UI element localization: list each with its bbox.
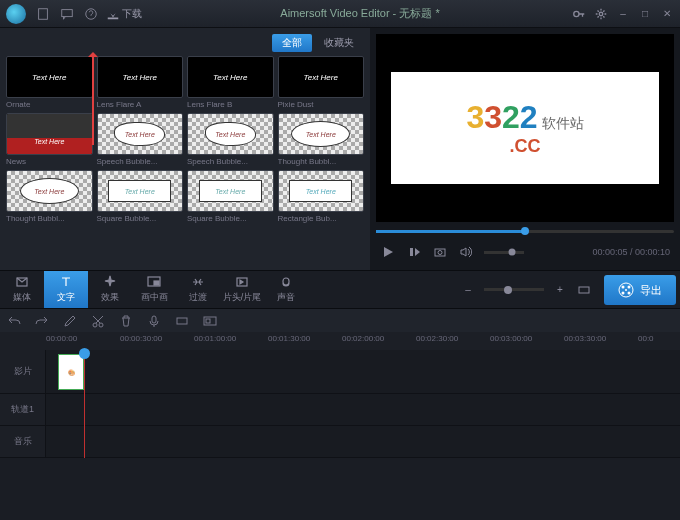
voiceover-icon[interactable] (146, 313, 162, 329)
thumb-item[interactable]: Text HereRectangle Bub... (278, 170, 365, 223)
zoom-out-icon[interactable]: – (460, 282, 476, 298)
export-label: 导出 (640, 283, 662, 298)
svg-rect-13 (579, 287, 589, 293)
svg-rect-25 (206, 319, 210, 323)
svg-point-4 (574, 11, 579, 16)
thumb-preview[interactable]: Text Here (6, 113, 93, 155)
thumb-item[interactable]: Text HereThought Bubbl... (6, 170, 93, 223)
lib-tab-favorites[interactable]: 收藏夹 (314, 34, 364, 52)
download-icon[interactable]: 下载 (106, 5, 142, 23)
thumbnail-grid: Text HereOrnateText HereLens Flare AText… (6, 56, 364, 223)
maximize-icon[interactable]: □ (638, 7, 652, 21)
thumb-preview[interactable]: Text Here (6, 170, 93, 212)
thumb-label: Speech Bubble... (97, 157, 184, 166)
category-label: 声音 (277, 291, 295, 304)
category-label: 媒体 (13, 291, 31, 304)
thumb-label: Square Bubble... (97, 214, 184, 223)
intro-icon (235, 275, 249, 289)
snapshot-button[interactable] (432, 244, 448, 260)
thumb-item[interactable]: Text HereLens Flare B (187, 56, 274, 109)
playhead[interactable] (84, 350, 85, 458)
fit-icon[interactable] (576, 282, 592, 298)
export-button[interactable]: 导出 (604, 275, 676, 305)
thumb-preview[interactable]: Text Here (97, 56, 184, 98)
thumb-item[interactable]: Text HereThought Bubbl... (278, 113, 365, 166)
stop-button[interactable] (406, 244, 422, 260)
thumb-item[interactable]: Text HereLens Flare A (97, 56, 184, 109)
library-tabs: 全部 收藏夹 (6, 34, 364, 52)
svg-point-15 (622, 286, 625, 289)
thumb-item[interactable]: Text HereSpeech Bubble... (187, 113, 274, 166)
cut-icon[interactable] (90, 313, 106, 329)
thumb-preview[interactable]: Text Here (97, 113, 184, 155)
track-label-music: 音乐 (0, 426, 46, 457)
svg-rect-1 (62, 9, 73, 16)
chat-icon[interactable] (58, 5, 76, 23)
thumb-preview[interactable]: Text Here (187, 170, 274, 212)
track-music[interactable]: 音乐 (0, 426, 680, 458)
svg-point-5 (599, 12, 603, 16)
thumb-item[interactable]: Text HerePixie Dust (278, 56, 365, 109)
thumb-label: Pixie Dust (278, 100, 365, 109)
thumb-item[interactable]: Text HereSpeech Bubble... (97, 113, 184, 166)
thumb-preview[interactable]: Text Here (278, 113, 365, 155)
svg-point-17 (622, 292, 625, 295)
brand-sub: .CC (466, 136, 583, 157)
thumb-preview[interactable]: Text Here (187, 56, 274, 98)
svg-rect-0 (39, 8, 48, 19)
edit-icon[interactable] (62, 313, 78, 329)
thumb-item[interactable]: Text HereSquare Bubble... (187, 170, 274, 223)
thumb-label: Square Bubble... (187, 214, 274, 223)
undo-icon[interactable] (6, 313, 22, 329)
close-icon[interactable]: ✕ (660, 7, 674, 21)
lib-tab-all[interactable]: 全部 (272, 34, 312, 52)
key-icon[interactable] (572, 7, 586, 21)
delete-icon[interactable] (118, 313, 134, 329)
category-effect[interactable]: 效果 (88, 271, 132, 308)
ruler-tick: 00:00:00 (46, 334, 77, 343)
category-text[interactable]: 文字 (44, 271, 88, 308)
aspect-icon[interactable] (202, 313, 218, 329)
export-icon (618, 282, 634, 298)
video-content: 3322软件站 .CC (391, 72, 659, 185)
volume-button[interactable] (458, 244, 474, 260)
thumb-item[interactable]: Text HereNews (6, 113, 93, 166)
category-transition[interactable]: 过渡 (176, 271, 220, 308)
thumb-label: Thought Bubbl... (278, 157, 365, 166)
video-progress[interactable] (376, 228, 674, 234)
zoom-in-icon[interactable]: + (552, 282, 568, 298)
thumb-preview[interactable]: Text Here (278, 170, 365, 212)
category-media[interactable]: 媒体 (0, 271, 44, 308)
track-1[interactable]: 轨道1 (0, 394, 680, 426)
category-audio[interactable]: 声音 (264, 271, 308, 308)
thumb-preview[interactable]: Text Here (278, 56, 365, 98)
video-clip[interactable]: 🎨 (58, 354, 84, 390)
track-video[interactable]: 影片 🎨 (0, 350, 680, 394)
crop-icon[interactable] (174, 313, 190, 329)
thumb-item[interactable]: Text HereOrnate (6, 56, 93, 109)
category-label: 过渡 (189, 291, 207, 304)
category-pip[interactable]: 画中画 (132, 271, 176, 308)
thumb-label: Speech Bubble... (187, 157, 274, 166)
thumb-item[interactable]: Text HereSquare Bubble... (97, 170, 184, 223)
play-button[interactable] (380, 244, 396, 260)
category-intro[interactable]: 片头/片尾 (220, 271, 264, 308)
zoom-slider[interactable] (484, 288, 544, 291)
titlebar: 下载 Aimersoft Video Editor - 无标题 * – □ ✕ (0, 0, 680, 28)
thumb-preview[interactable]: Text Here (6, 56, 93, 98)
file-icon[interactable] (34, 5, 52, 23)
category-label: 效果 (101, 291, 119, 304)
minimize-icon[interactable]: – (616, 7, 630, 21)
volume-slider[interactable] (484, 251, 524, 254)
redo-icon[interactable] (34, 313, 50, 329)
timeline-ruler[interactable]: 00:00:0000:00:30:0000:01:00:0000:01:30:0… (0, 332, 680, 350)
ruler-tick: 00:01:30:00 (268, 334, 310, 343)
category-bar: 媒体文字效果画中画过渡片头/片尾声音 – + 导出 (0, 270, 680, 308)
help-icon[interactable] (82, 5, 100, 23)
progress-handle[interactable] (521, 227, 529, 235)
thumb-preview[interactable]: Text Here (97, 170, 184, 212)
thumb-preview[interactable]: Text Here (187, 113, 274, 155)
video-viewport[interactable]: 3322软件站 .CC (376, 34, 674, 222)
settings-icon[interactable] (594, 7, 608, 21)
pip-icon (147, 275, 161, 289)
